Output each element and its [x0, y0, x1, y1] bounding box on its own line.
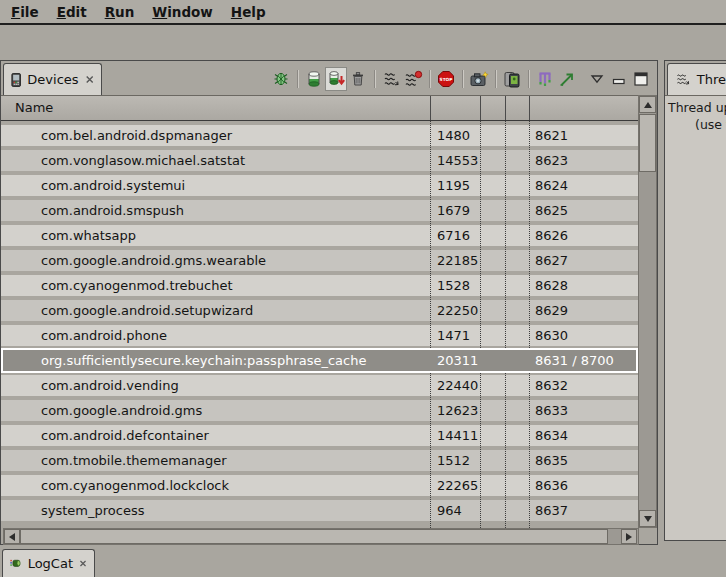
toolbar-separator — [528, 70, 529, 88]
process-name: system_process — [41, 500, 144, 521]
threads-body: Thread updates not enabled for selected … — [665, 95, 726, 540]
process-name: com.android.systemui — [41, 175, 185, 196]
table-row[interactable]: com.android.defcontainer144118634 — [1, 425, 638, 446]
tab-logcat[interactable]: LogCat — [2, 549, 95, 577]
process-port: 8631 / 8700 — [535, 350, 614, 371]
start-method-profiling-icon[interactable] — [402, 67, 424, 91]
table-row[interactable]: com.google.android.gms.wearable221858627 — [1, 250, 638, 271]
table-row[interactable]: com.google.android.gms126238633 — [1, 400, 638, 421]
process-name: com.tmobile.thememanager — [41, 450, 227, 471]
table-row[interactable]: com.cyanogenmod.trebuchet15288628 — [1, 275, 638, 296]
menu-window[interactable]: Window — [143, 2, 222, 22]
menu-edit[interactable]: Edit — [48, 2, 96, 22]
process-port: 8627 — [535, 250, 568, 271]
scroll-right-button[interactable] — [621, 529, 637, 544]
opengl-trace-icon[interactable] — [556, 67, 578, 91]
update-threads-icon[interactable] — [380, 67, 402, 91]
menu-edit-mnemonic: E — [57, 4, 66, 20]
process-pid: 12623 — [437, 400, 478, 421]
debug-process-icon[interactable] — [270, 67, 292, 91]
stop-process-icon[interactable]: STOP — [435, 67, 457, 91]
table-body: com.bel.android.dspmanager14808621com.vo… — [1, 121, 638, 528]
table-row[interactable]: com.google.android.setupwizard222508629 — [1, 300, 638, 321]
table-row[interactable]: com.android.systemui11958624 — [1, 175, 638, 196]
table-header[interactable]: Name — [1, 95, 638, 121]
cause-gc-icon[interactable] — [347, 67, 369, 91]
horizontal-scroll-thumb[interactable] — [20, 529, 608, 544]
table-row[interactable]: system_process9648637 — [1, 500, 638, 521]
table-row[interactable]: com.android.vending224408632 — [1, 375, 638, 396]
process-name: com.cyanogenmod.lockclock — [41, 475, 229, 496]
column-header-name[interactable]: Name — [15, 100, 53, 115]
menu-file-mnemonic: F — [11, 4, 20, 20]
menu-file[interactable]: File — [2, 2, 48, 22]
table-row[interactable]: com.tmobile.thememanager15128635 — [1, 450, 638, 471]
process-pid: 1195 — [437, 175, 470, 196]
device-screens-icon[interactable] — [501, 67, 523, 91]
scroll-down-button[interactable] — [639, 510, 656, 527]
process-name: com.android.defcontainer — [41, 425, 209, 446]
process-name: com.vonglasow.michael.satstat — [41, 150, 245, 171]
threads-tabbar: Threads — [665, 61, 726, 95]
process-port: 8635 — [535, 450, 568, 471]
close-icon[interactable] — [79, 558, 87, 569]
update-heap-icon[interactable] — [303, 67, 325, 91]
dump-hprof-icon[interactable] — [325, 67, 347, 91]
threads-message-line2: (use toolbar button to enable) — [695, 117, 726, 132]
toolbar-separator — [297, 70, 298, 88]
process-pid: 14411 — [437, 425, 478, 446]
table-row[interactable]: org.sufficientlysecure.keychain:passphra… — [1, 348, 638, 373]
logcat-icon — [10, 557, 22, 570]
process-port: 8623 — [535, 150, 568, 171]
tab-devices-label: Devices — [27, 72, 78, 87]
view-menu-icon[interactable] — [586, 67, 608, 91]
column-separator[interactable] — [529, 96, 530, 120]
scroll-left-button[interactable] — [4, 529, 20, 544]
threads-message-line1: Thread updates not enabled for selected … — [668, 100, 726, 115]
maximize-icon[interactable] — [630, 67, 652, 91]
horizontal-scrollbar[interactable] — [3, 528, 639, 545]
process-port: 8632 — [535, 375, 568, 396]
process-name: com.google.android.gms.wearable — [41, 250, 266, 271]
minimize-icon[interactable] — [608, 67, 630, 91]
menu-run-rest: un — [115, 4, 134, 20]
table-row[interactable]: com.vonglasow.michael.satstat145538623 — [1, 150, 638, 171]
table-row[interactable]: com.cyanogenmod.lockclock222658636 — [1, 475, 638, 496]
column-separator[interactable] — [480, 96, 481, 120]
process-pid: 22265 — [437, 475, 478, 496]
table-row[interactable]: com.android.phone14718630 — [1, 325, 638, 346]
phone-icon — [11, 72, 21, 88]
vertical-scroll-thumb[interactable] — [639, 114, 656, 172]
process-pid: 6716 — [437, 225, 470, 246]
menu-run[interactable]: Run — [96, 2, 144, 22]
threads-icon — [675, 72, 691, 87]
toolbar-separator — [462, 70, 463, 88]
process-port: 8633 — [535, 400, 568, 421]
menu-window-rest: indow — [167, 4, 213, 20]
scroll-up-button[interactable] — [639, 96, 656, 113]
tab-devices[interactable]: Devices — [3, 63, 102, 95]
process-pid: 22185 — [437, 250, 478, 271]
process-pid: 1528 — [437, 275, 470, 296]
tab-threads[interactable]: Threads — [667, 63, 726, 95]
column-separator[interactable] — [505, 96, 506, 120]
process-port: 8629 — [535, 300, 568, 321]
vertical-scrollbar[interactable] — [638, 95, 657, 528]
menu-help[interactable]: Help — [222, 2, 275, 22]
process-pid: 20311 — [437, 350, 478, 371]
process-pid: 964 — [437, 500, 462, 521]
process-port: 8636 — [535, 475, 568, 496]
hierarchy-dump-icon[interactable] — [534, 67, 556, 91]
process-name: com.google.android.setupwizard — [41, 300, 253, 321]
table-row[interactable]: com.bel.android.dspmanager14808621 — [1, 125, 638, 146]
stop-label: STOP — [440, 76, 453, 81]
close-icon[interactable] — [85, 74, 94, 85]
process-name: com.google.android.gms — [41, 400, 202, 421]
screen-capture-icon[interactable] — [468, 67, 490, 91]
column-gridline — [529, 121, 530, 528]
table-row[interactable]: com.android.smspush16798625 — [1, 200, 638, 221]
menu-bar: File Edit Run Window Help — [0, 0, 726, 25]
column-separator[interactable] — [430, 96, 431, 120]
column-gridline — [430, 121, 431, 528]
table-row[interactable]: com.whatsapp67168626 — [1, 225, 638, 246]
